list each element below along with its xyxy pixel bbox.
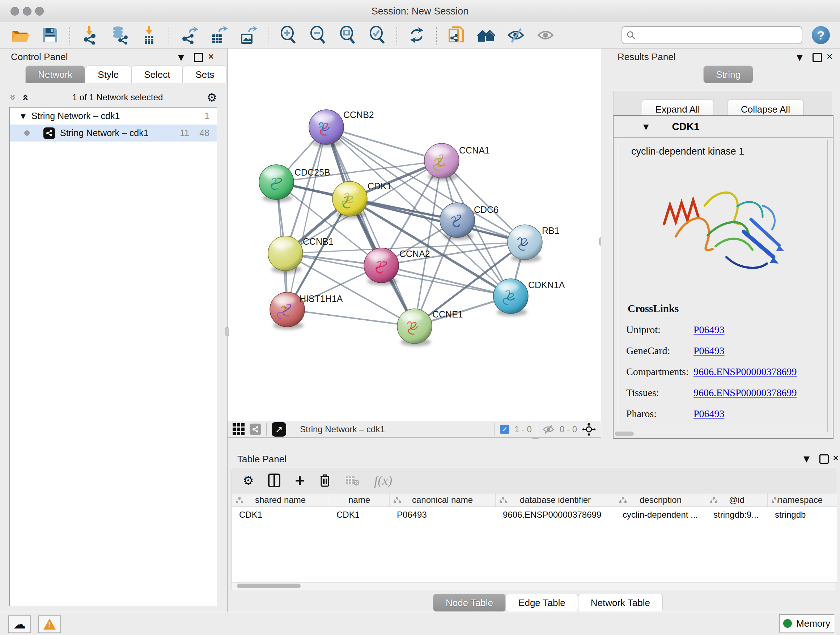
entry-header[interactable]: ▼ CDK1 [614,116,833,138]
export-network-button[interactable] [179,25,199,45]
tab-sets[interactable]: Sets [183,65,227,83]
add-icon[interactable]: + [295,472,305,489]
crosslink-link[interactable]: P06493 [693,324,725,336]
column-header-description[interactable]: description [615,494,706,507]
hide-selected-button[interactable] [506,25,526,45]
zoom-fit-button[interactable] [337,25,357,45]
panel-menu-icon[interactable]: ▼ [178,53,184,62]
panel-float-icon[interactable] [813,53,822,62]
network-node-CCNA1[interactable] [424,143,459,181]
warnings-button[interactable]: ! [38,616,61,633]
network-node-CDC25B[interactable] [259,165,294,202]
table-hscrollbar[interactable] [232,582,836,590]
network-edge-HIST1H1A-CCNE1[interactable] [287,310,415,326]
tab-style[interactable]: Style [85,65,131,83]
network-canvas[interactable]: CCNB2CCNA1CDC25BCDK1CDC6RB1CCNB1CCNA2CDK… [227,49,602,421]
panel-float-icon[interactable] [194,53,203,62]
column-header-name[interactable]: name [329,494,390,507]
tab-network[interactable]: Network [25,65,85,83]
network-node-CCNB1[interactable] [268,236,303,273]
refresh-button[interactable] [407,25,427,45]
panel-close-icon[interactable]: ✕ [208,52,214,61]
results-hscrollbar[interactable] [615,432,634,436]
cloud-status-button[interactable]: ☁ [8,616,31,633]
table-cell[interactable]: stringdb:9... [706,507,767,523]
tab-node-table[interactable]: Node Table [433,594,506,611]
search-input[interactable] [638,30,797,41]
import-table-button[interactable] [139,25,159,45]
table-cell[interactable]: CDK1 [329,507,390,523]
hidden-eye-slash-icon[interactable] [542,424,554,434]
network-node-CCNA2[interactable] [364,248,399,285]
zoom-selected-button[interactable] [367,25,387,45]
save-session-button[interactable] [40,25,60,45]
tab-string[interactable]: String [703,65,753,83]
panel-close-icon[interactable]: ✕ [826,52,833,61]
export-image-button[interactable] [238,25,258,45]
clone-network-button[interactable] [447,25,467,45]
zoom-in-button[interactable] [278,25,298,45]
trash-icon[interactable] [319,473,331,487]
network-edge-CCNB2-HIST1H1A[interactable] [287,127,326,310]
import-network-from-database-button[interactable] [109,25,129,45]
entry-caret-icon[interactable]: ▼ [643,122,649,131]
table-cell[interactable]: 9606.ENSP00000378699 [496,507,615,523]
table-row[interactable]: CDK1CDK1P064939606.ENSP00000378699cyclin… [232,507,837,523]
help-button[interactable]: ? [812,26,830,44]
memory-button[interactable]: Memory [779,614,834,632]
show-hidden-button[interactable] [535,25,556,45]
network-node-CCNE1[interactable] [397,309,432,346]
network-node-CDKN1A[interactable] [493,279,528,316]
crosslink-link[interactable]: 9606.ENSP00000378699 [693,366,797,378]
network-overview-icon[interactable] [249,424,261,435]
panel-menu-icon[interactable]: ▼ [804,454,810,463]
birdseye-view-button[interactable]: ↗ [272,422,286,437]
network-node-label-CDKN1A: CDKN1A [528,280,565,290]
zoom-out-button[interactable] [308,25,328,45]
panel-menu-icon[interactable]: ▼ [797,53,803,62]
table-cell[interactable]: P06493 [390,507,496,523]
open-session-button[interactable] [10,25,30,45]
selected-checkbox-icon[interactable]: ✓ [500,424,509,434]
network-node-RB1[interactable] [508,225,542,262]
crosslink-link[interactable]: 9606.ENSP00000378699 [693,387,797,399]
gear-icon[interactable]: ⚙ [243,473,254,488]
column-header-database-identifier[interactable]: database identifier [496,494,615,507]
network-node-CCNB2[interactable] [309,110,344,147]
crosslink-label: Compartments: [626,366,693,378]
table-cell[interactable]: stringdb [767,507,833,523]
show-all-nodes-button[interactable] [476,25,496,45]
table-cell[interactable]: cyclin-dependent ... [615,507,706,523]
network-node-CDK1[interactable] [332,181,367,219]
column-header-namespace[interactable]: namespace [767,494,833,507]
network-collection-row[interactable]: ▼ String Network – cdk1 1 [10,108,217,125]
panel-close-icon[interactable]: ✕ [832,454,839,463]
column-header-@id[interactable]: @id [706,494,767,507]
table-cell[interactable]: CDK1 [232,507,329,523]
tab-select[interactable]: Select [131,65,183,83]
network-node-CDC6[interactable] [440,203,475,240]
column-header-shared-name[interactable]: shared name [232,494,329,507]
expand-all-networks-icon[interactable]: » [8,94,19,101]
network-edge-CCNB2-CCNA1[interactable] [326,127,442,161]
crosslink-link[interactable]: P06493 [693,345,725,356]
network-edge-CCNA2-CDKN1A[interactable] [381,265,511,296]
pan-crosshair-icon[interactable] [582,423,596,436]
column-header-canonical-name[interactable]: canonical name [390,494,496,507]
collapse-all-networks-icon[interactable]: » [19,94,30,101]
tab-edge-table[interactable]: Edge Table [506,594,578,611]
grid-view-icon[interactable] [233,423,245,435]
crosslink-link[interactable]: P06493 [693,408,725,420]
collection-caret-icon[interactable]: ▼ [21,112,26,120]
show-columns-icon[interactable] [268,473,280,487]
cloud-icon: ☁ [13,617,26,631]
splitter-handle[interactable] [225,327,229,336]
network-row-selected[interactable]: String Network – cdk1 11 48 [10,125,217,141]
panel-float-icon[interactable] [819,454,829,464]
table-hscrollbar-thumb[interactable] [237,584,301,588]
gear-icon[interactable]: ⚙ [207,90,217,104]
crosslinks-title: CrossLinks [628,302,827,315]
tab-network-table[interactable]: Network Table [578,594,663,611]
import-network-button[interactable] [80,25,100,45]
export-table-button[interactable] [208,25,229,45]
